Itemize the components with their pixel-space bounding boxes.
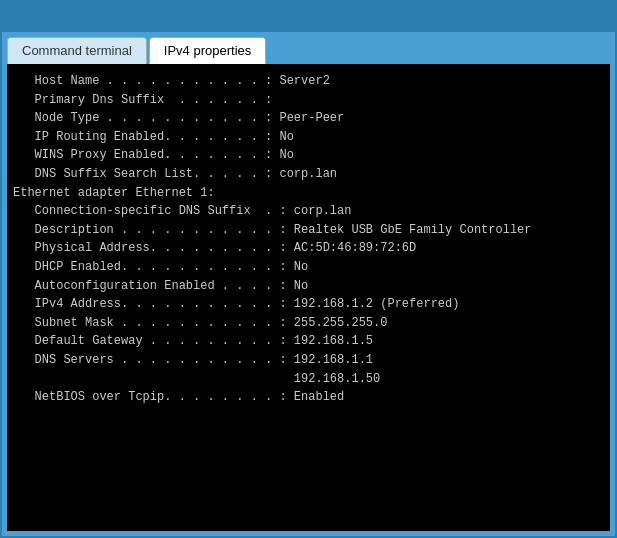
- terminal-line: DNS Suffix Search List. . . . . : corp.l…: [13, 165, 604, 184]
- terminal-line: Subnet Mask . . . . . . . . . . . : 255.…: [13, 314, 604, 333]
- terminal-line: NetBIOS over Tcpip. . . . . . . . : Enab…: [13, 388, 604, 407]
- tab-command-terminal[interactable]: Command terminal: [7, 37, 147, 64]
- terminal-line: DHCP Enabled. . . . . . . . . . . : No: [13, 258, 604, 277]
- terminal-line: IP Routing Enabled. . . . . . . : No: [13, 128, 604, 147]
- terminal-line: Ethernet adapter Ethernet 1:: [13, 184, 604, 203]
- terminal-line: WINS Proxy Enabled. . . . . . . : No: [13, 146, 604, 165]
- terminal-line: Default Gateway . . . . . . . . . : 192.…: [13, 332, 604, 351]
- terminal-line: 192.168.1.50: [13, 370, 604, 389]
- terminal-line: Physical Address. . . . . . . . . : AC:5…: [13, 239, 604, 258]
- terminal-line: Host Name . . . . . . . . . . . : Server…: [13, 72, 604, 91]
- terminal-line: Connection-specific DNS Suffix . : corp.…: [13, 202, 604, 221]
- window: Command terminal IPv4 properties Host Na…: [0, 0, 617, 538]
- terminal-line: Primary Dns Suffix . . . . . . :: [13, 91, 604, 110]
- terminal-line: Description . . . . . . . . . . . : Real…: [13, 221, 604, 240]
- terminal-line: IPv4 Address. . . . . . . . . . . : 192.…: [13, 295, 604, 314]
- terminal-output: Host Name . . . . . . . . . . . : Server…: [7, 64, 610, 531]
- title-bar: [2, 2, 615, 32]
- terminal-line: DNS Servers . . . . . . . . . . . : 192.…: [13, 351, 604, 370]
- tab-ipv4-properties[interactable]: IPv4 properties: [149, 37, 266, 64]
- tab-bar: Command terminal IPv4 properties: [2, 32, 615, 64]
- terminal-line: Node Type . . . . . . . . . . . : Peer-P…: [13, 109, 604, 128]
- terminal-line: Autoconfiguration Enabled . . . . : No: [13, 277, 604, 296]
